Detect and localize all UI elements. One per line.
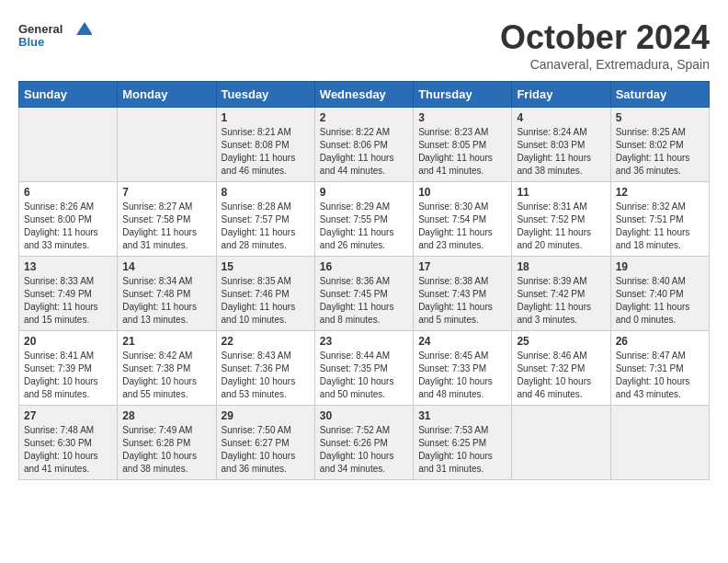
day-header-wednesday: Wednesday bbox=[314, 82, 413, 108]
calendar-cell: 7Sunrise: 8:27 AM Sunset: 7:58 PM Daylig… bbox=[118, 182, 216, 257]
header: General Blue October 2024 Canaveral, Ext… bbox=[18, 18, 710, 72]
day-info: Sunrise: 8:28 AM Sunset: 7:57 PM Dayligh… bbox=[222, 201, 310, 252]
calendar-cell: 4Sunrise: 8:24 AM Sunset: 8:03 PM Daylig… bbox=[512, 108, 610, 182]
day-info: Sunrise: 8:26 AM Sunset: 8:00 PM Dayligh… bbox=[24, 201, 112, 252]
day-number: 11 bbox=[517, 186, 605, 199]
calendar-cell: 27Sunrise: 7:48 AM Sunset: 6:30 PM Dayli… bbox=[19, 406, 118, 480]
svg-text:General: General bbox=[18, 22, 63, 36]
calendar-cell: 19Sunrise: 8:40 AM Sunset: 7:40 PM Dayli… bbox=[610, 257, 709, 331]
day-info: Sunrise: 8:36 AM Sunset: 7:45 PM Dayligh… bbox=[320, 275, 408, 327]
calendar-cell: 11Sunrise: 8:31 AM Sunset: 7:52 PM Dayli… bbox=[512, 182, 610, 257]
calendar-cell: 30Sunrise: 7:52 AM Sunset: 6:26 PM Dayli… bbox=[314, 406, 413, 480]
logo: General Blue bbox=[18, 18, 92, 55]
day-header-friday: Friday bbox=[512, 82, 610, 108]
day-number: 30 bbox=[320, 409, 408, 422]
calendar-cell: 10Sunrise: 8:30 AM Sunset: 7:54 PM Dayli… bbox=[414, 182, 512, 257]
day-number: 12 bbox=[616, 186, 704, 199]
calendar-cell: 18Sunrise: 8:39 AM Sunset: 7:42 PM Dayli… bbox=[512, 257, 610, 331]
calendar-cell: 25Sunrise: 8:46 AM Sunset: 7:32 PM Dayli… bbox=[512, 331, 610, 406]
calendar-cell bbox=[19, 108, 118, 182]
week-row-5: 27Sunrise: 7:48 AM Sunset: 6:30 PM Dayli… bbox=[19, 406, 710, 480]
day-info: Sunrise: 8:41 AM Sunset: 7:39 PM Dayligh… bbox=[24, 350, 112, 401]
day-number: 13 bbox=[24, 260, 112, 273]
day-info: Sunrise: 8:25 AM Sunset: 8:02 PM Dayligh… bbox=[616, 126, 704, 178]
week-row-2: 6Sunrise: 8:26 AM Sunset: 8:00 PM Daylig… bbox=[19, 182, 710, 257]
day-info: Sunrise: 8:27 AM Sunset: 7:58 PM Dayligh… bbox=[122, 201, 210, 252]
day-number: 25 bbox=[517, 335, 605, 348]
calendar-cell: 28Sunrise: 7:49 AM Sunset: 6:28 PM Dayli… bbox=[118, 406, 216, 480]
calendar-cell bbox=[512, 406, 610, 480]
calendar-cell: 24Sunrise: 8:45 AM Sunset: 7:33 PM Dayli… bbox=[414, 331, 512, 406]
day-info: Sunrise: 7:50 AM Sunset: 6:27 PM Dayligh… bbox=[222, 424, 310, 476]
title-area: October 2024 Canaveral, Extremadura, Spa… bbox=[500, 18, 710, 72]
day-number: 23 bbox=[320, 335, 408, 348]
calendar-cell: 26Sunrise: 8:47 AM Sunset: 7:31 PM Dayli… bbox=[610, 331, 709, 406]
week-row-4: 20Sunrise: 8:41 AM Sunset: 7:39 PM Dayli… bbox=[19, 331, 710, 406]
calendar-cell bbox=[118, 108, 216, 182]
svg-marker-2 bbox=[76, 22, 92, 35]
calendar-cell: 8Sunrise: 8:28 AM Sunset: 7:57 PM Daylig… bbox=[216, 182, 314, 257]
day-number: 29 bbox=[222, 409, 310, 422]
day-info: Sunrise: 8:43 AM Sunset: 7:36 PM Dayligh… bbox=[222, 350, 310, 401]
day-info: Sunrise: 8:38 AM Sunset: 7:43 PM Dayligh… bbox=[418, 275, 506, 327]
day-number: 1 bbox=[222, 111, 310, 124]
logo-svg: General Blue bbox=[18, 18, 92, 55]
day-number: 27 bbox=[24, 409, 112, 422]
calendar-cell: 21Sunrise: 8:42 AM Sunset: 7:38 PM Dayli… bbox=[118, 331, 216, 406]
calendar-cell: 6Sunrise: 8:26 AM Sunset: 8:00 PM Daylig… bbox=[19, 182, 118, 257]
day-header-sunday: Sunday bbox=[19, 82, 118, 108]
day-number: 9 bbox=[320, 186, 408, 199]
day-info: Sunrise: 8:45 AM Sunset: 7:33 PM Dayligh… bbox=[418, 350, 506, 401]
day-number: 5 bbox=[616, 111, 704, 124]
svg-text:Blue: Blue bbox=[18, 35, 44, 49]
day-info: Sunrise: 8:24 AM Sunset: 8:03 PM Dayligh… bbox=[517, 126, 605, 178]
day-info: Sunrise: 8:42 AM Sunset: 7:38 PM Dayligh… bbox=[122, 350, 210, 401]
month-title: October 2024 bbox=[500, 18, 710, 57]
calendar-cell: 14Sunrise: 8:34 AM Sunset: 7:48 PM Dayli… bbox=[118, 257, 216, 331]
calendar-cell: 22Sunrise: 8:43 AM Sunset: 7:36 PM Dayli… bbox=[216, 331, 314, 406]
calendar-cell: 17Sunrise: 8:38 AM Sunset: 7:43 PM Dayli… bbox=[414, 257, 512, 331]
calendar-cell: 31Sunrise: 7:53 AM Sunset: 6:25 PM Dayli… bbox=[414, 406, 512, 480]
day-number: 20 bbox=[24, 335, 112, 348]
week-row-1: 1Sunrise: 8:21 AM Sunset: 8:08 PM Daylig… bbox=[19, 108, 710, 182]
day-info: Sunrise: 8:31 AM Sunset: 7:52 PM Dayligh… bbox=[517, 201, 605, 252]
day-header-saturday: Saturday bbox=[610, 82, 709, 108]
day-number: 14 bbox=[122, 260, 210, 273]
day-number: 22 bbox=[222, 335, 310, 348]
day-info: Sunrise: 8:39 AM Sunset: 7:42 PM Dayligh… bbox=[517, 275, 605, 327]
day-info: Sunrise: 7:49 AM Sunset: 6:28 PM Dayligh… bbox=[122, 424, 210, 476]
day-number: 7 bbox=[122, 186, 210, 199]
day-number: 18 bbox=[517, 260, 605, 273]
day-info: Sunrise: 7:48 AM Sunset: 6:30 PM Dayligh… bbox=[24, 424, 112, 476]
day-number: 3 bbox=[418, 111, 506, 124]
calendar-cell bbox=[610, 406, 709, 480]
day-info: Sunrise: 8:44 AM Sunset: 7:35 PM Dayligh… bbox=[320, 350, 408, 401]
day-number: 17 bbox=[418, 260, 506, 273]
day-number: 31 bbox=[418, 409, 506, 422]
day-info: Sunrise: 8:33 AM Sunset: 7:49 PM Dayligh… bbox=[24, 275, 112, 327]
day-info: Sunrise: 8:30 AM Sunset: 7:54 PM Dayligh… bbox=[418, 201, 506, 252]
day-info: Sunrise: 8:32 AM Sunset: 7:51 PM Dayligh… bbox=[616, 201, 704, 252]
day-header-tuesday: Tuesday bbox=[216, 82, 314, 108]
location-title: Canaveral, Extremadura, Spain bbox=[500, 57, 710, 72]
day-info: Sunrise: 7:52 AM Sunset: 6:26 PM Dayligh… bbox=[320, 424, 408, 476]
day-number: 24 bbox=[418, 335, 506, 348]
calendar-cell: 3Sunrise: 8:23 AM Sunset: 8:05 PM Daylig… bbox=[414, 108, 512, 182]
day-headers-row: SundayMondayTuesdayWednesdayThursdayFrid… bbox=[19, 82, 710, 108]
day-info: Sunrise: 8:40 AM Sunset: 7:40 PM Dayligh… bbox=[616, 275, 704, 327]
calendar-cell: 16Sunrise: 8:36 AM Sunset: 7:45 PM Dayli… bbox=[314, 257, 413, 331]
day-number: 15 bbox=[222, 260, 310, 273]
calendar-cell: 20Sunrise: 8:41 AM Sunset: 7:39 PM Dayli… bbox=[19, 331, 118, 406]
calendar-cell: 13Sunrise: 8:33 AM Sunset: 7:49 PM Dayli… bbox=[19, 257, 118, 331]
calendar-cell: 5Sunrise: 8:25 AM Sunset: 8:02 PM Daylig… bbox=[610, 108, 709, 182]
day-info: Sunrise: 8:23 AM Sunset: 8:05 PM Dayligh… bbox=[418, 126, 506, 178]
day-number: 8 bbox=[222, 186, 310, 199]
day-number: 28 bbox=[122, 409, 210, 422]
day-info: Sunrise: 8:47 AM Sunset: 7:31 PM Dayligh… bbox=[616, 350, 704, 401]
calendar-cell: 15Sunrise: 8:35 AM Sunset: 7:46 PM Dayli… bbox=[216, 257, 314, 331]
day-info: Sunrise: 7:53 AM Sunset: 6:25 PM Dayligh… bbox=[418, 424, 506, 476]
day-info: Sunrise: 8:21 AM Sunset: 8:08 PM Dayligh… bbox=[222, 126, 310, 178]
calendar-cell: 29Sunrise: 7:50 AM Sunset: 6:27 PM Dayli… bbox=[216, 406, 314, 480]
day-header-thursday: Thursday bbox=[414, 82, 512, 108]
calendar-cell: 2Sunrise: 8:22 AM Sunset: 8:06 PM Daylig… bbox=[314, 108, 413, 182]
